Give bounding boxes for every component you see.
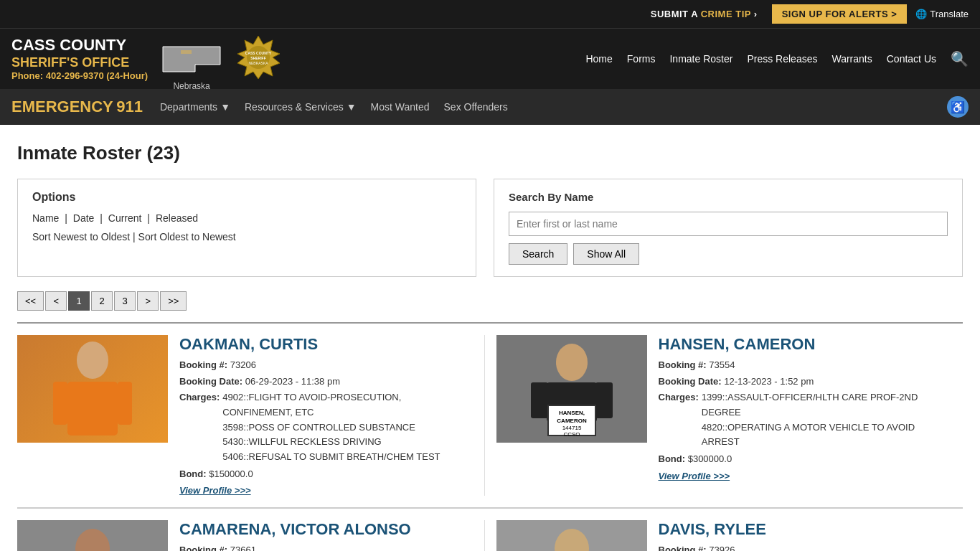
accessibility-button[interactable]: ♿ — [947, 96, 969, 118]
page-1[interactable]: 1 — [68, 291, 90, 311]
search-icon-button[interactable]: 🔍 — [951, 50, 969, 67]
nav-home[interactable]: Home — [585, 53, 612, 65]
inmate-info-davis: DAVIS, RYLEE Booking #: 73926 Booking Da… — [659, 520, 952, 551]
svg-text:CCSO: CCSO — [563, 431, 580, 438]
inmate-info-oakman: OAKMAN, CURTIS Booking #: 73206 Booking … — [179, 335, 473, 496]
nav-sex-offenders[interactable]: Sex Offenders — [444, 93, 508, 121]
sort-links: Sort Newest to Oldest | Sort Oldest to N… — [32, 231, 461, 242]
inmate-photo-davis — [496, 520, 647, 551]
inmate-name: OAKMAN, CURTIS — [179, 335, 473, 354]
svg-marker-1 — [181, 50, 192, 54]
nav-contact-us[interactable]: Contact Us — [887, 53, 936, 65]
option-date[interactable]: Date — [73, 212, 95, 224]
svg-text:NEBRASKA: NEBRASKA — [248, 61, 268, 65]
sheriffs-office-label: SHERIFF'S OFFICE — [11, 55, 129, 70]
nav-bar-secondary: EMERGENCY 911 Departments ▼ Resources & … — [0, 89, 980, 125]
booking-num: Booking #: 73926 — [659, 543, 952, 551]
inmate-info-hansen: HANSEN, CAMERON Booking #: 73554 Booking… — [659, 335, 952, 496]
sort-newest[interactable]: Sort Newest to Oldest — [32, 231, 130, 242]
options-heading: Options — [32, 191, 461, 204]
header-left: CASS COUNTY SHERIFF'S OFFICE Phone: 402-… — [11, 34, 282, 83]
main-content: Inmate Roster (23) Options Name | Date |… — [0, 125, 980, 551]
top-bar: SUBMIT A CRIME TIP › SIGN UP FOR ALERTS … — [0, 0, 980, 28]
inmate-row: CAMARENA, VICTOR ALONSO Booking #: 73661… — [17, 509, 963, 551]
page-last[interactable]: >> — [160, 291, 187, 311]
svg-point-7 — [77, 342, 108, 379]
nav-most-wanted[interactable]: Most Wanted — [371, 93, 430, 121]
sort-oldest[interactable]: Sort Oldest to Newest — [138, 231, 236, 242]
page-2[interactable]: 2 — [91, 291, 113, 311]
options-links: Name | Date | Current | Released — [32, 212, 461, 224]
svg-text:CAMERON: CAMERON — [557, 418, 587, 424]
page-title: Inmate Roster (23) — [17, 142, 963, 164]
search-buttons: Search Show All — [509, 243, 948, 265]
svg-text:CASS COUNTY: CASS COUNTY — [245, 51, 272, 55]
options-search-row: Options Name | Date | Current | Released… — [17, 179, 963, 277]
phone-info: Phone: 402-296-9370 (24-Hour) — [11, 70, 148, 82]
nav-resources-services[interactable]: Resources & Services ▼ — [245, 93, 357, 121]
nav-warrants[interactable]: Warrants — [831, 53, 872, 65]
booking-date: Booking Date: 06-29-2023 - 11:38 pm — [179, 375, 473, 389]
crime-tip-button[interactable]: SUBMIT A CRIME TIP › — [645, 6, 763, 22]
charges: Charges: 1399::ASSAULT-OFFICER/HLTH CARE… — [659, 390, 952, 450]
search-box: Search By Name Search Show All — [494, 179, 963, 277]
inmate-photo-oakman — [17, 335, 168, 443]
inmate-card-hansen: HANSEN, CAMERON 144715 CCSO HANSEN, CAME… — [485, 335, 963, 496]
options-box: Options Name | Date | Current | Released… — [17, 179, 476, 277]
option-released[interactable]: Released — [156, 212, 198, 224]
nebraska-map: Nebraska — [159, 39, 224, 79]
view-profile-oakman[interactable]: View Profile >>> — [179, 485, 473, 496]
page-first[interactable]: << — [17, 291, 44, 311]
svg-rect-14 — [531, 382, 548, 418]
county-name: CASS COUNTY — [11, 36, 148, 55]
inmate-photo-hansen: HANSEN, CAMERON 144715 CCSO — [496, 335, 647, 443]
bond: Bond: $150000.0 — [179, 467, 473, 481]
view-profile-hansen[interactable]: View Profile >>> — [659, 471, 952, 481]
nav-forms[interactable]: Forms — [627, 53, 656, 65]
inmate-row: OAKMAN, CURTIS Booking #: 73206 Booking … — [17, 324, 963, 509]
booking-num: Booking #: 73554 — [659, 358, 952, 372]
svg-text:SHERIFF: SHERIFF — [250, 56, 265, 60]
bond: Bond: $300000.0 — [659, 452, 952, 466]
svg-point-12 — [556, 344, 588, 381]
page-prev[interactable]: < — [45, 291, 67, 311]
header-nav: Home Forms Inmate Roster Press Releases … — [585, 50, 969, 67]
svg-text:HANSEN,: HANSEN, — [558, 410, 584, 416]
agency-name: CASS COUNTY SHERIFF'S OFFICE Phone: 402-… — [11, 36, 148, 82]
booking-date: Booking Date: 12-13-2023 - 1:52 pm — [659, 375, 952, 389]
nav-bar-links: Departments ▼ Resources & Services ▼ Mos… — [160, 93, 930, 121]
phone-number: 402-296-9370 — [46, 70, 104, 81]
svg-rect-8 — [67, 382, 118, 435]
booking-num: Booking #: 73661 — [179, 543, 473, 551]
globe-icon: 🌐 — [915, 9, 927, 19]
inmate-card-davis: DAVIS, RYLEE Booking #: 73926 Booking Da… — [485, 520, 963, 551]
charges: Charges: 4902::FLIGHT TO AVOID-PROSECUTI… — [179, 390, 473, 465]
svg-text:144715: 144715 — [562, 425, 581, 431]
option-current[interactable]: Current — [108, 212, 142, 224]
search-button[interactable]: Search — [509, 243, 567, 265]
svg-rect-15 — [595, 382, 613, 418]
page-3[interactable]: 3 — [114, 291, 136, 311]
search-input[interactable] — [509, 212, 948, 236]
inmate-name: DAVIS, RYLEE — [659, 520, 952, 539]
page-next[interactable]: > — [137, 291, 159, 311]
nav-departments[interactable]: Departments ▼ — [160, 93, 230, 121]
inmate-info-camarena: CAMARENA, VICTOR ALONSO Booking #: 73661… — [179, 520, 473, 551]
search-heading: Search By Name — [509, 191, 948, 203]
show-all-button[interactable]: Show All — [573, 243, 639, 265]
emergency-911: EMERGENCY 911 — [11, 89, 143, 125]
site-header: CASS COUNTY SHERIFF'S OFFICE Phone: 402-… — [0, 28, 980, 89]
alerts-button[interactable]: SIGN UP FOR ALERTS > — [772, 4, 908, 24]
option-name[interactable]: Name — [32, 212, 59, 224]
svg-rect-9 — [53, 382, 67, 425]
nav-press-releases[interactable]: Press Releases — [747, 53, 817, 65]
inmate-list: OAKMAN, CURTIS Booking #: 73206 Booking … — [17, 322, 963, 551]
inmate-photo-camarena — [17, 520, 168, 551]
pagination: << < 1 2 3 > >> — [17, 291, 963, 311]
sheriff-badge: CASS COUNTY SHERIFF NEBRASKA — [235, 34, 282, 83]
booking-num: Booking #: 73206 — [179, 358, 473, 372]
svg-rect-10 — [118, 382, 132, 425]
nav-inmate-roster[interactable]: Inmate Roster — [669, 53, 732, 65]
inmate-card-oakman: OAKMAN, CURTIS Booking #: 73206 Booking … — [17, 335, 485, 496]
translate-button[interactable]: 🌐 Translate — [915, 9, 969, 19]
